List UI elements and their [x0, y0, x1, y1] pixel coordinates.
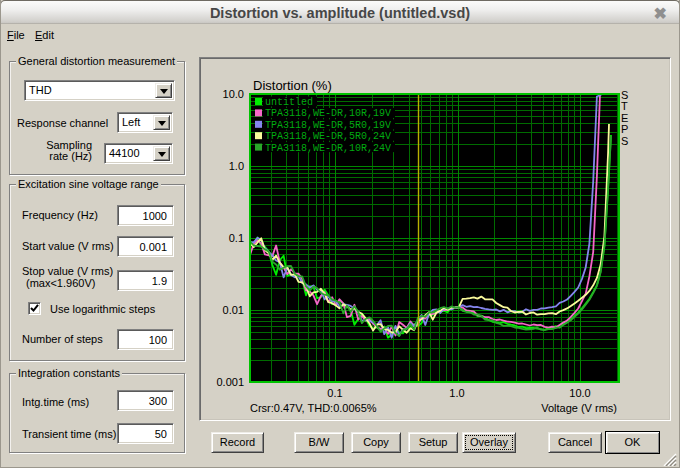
svg-text:TPA3118,WE-DR,5R0,24V: TPA3118,WE-DR,5R0,24V: [265, 131, 391, 142]
svg-text:untitled: untitled: [265, 97, 313, 108]
svg-text:TPA3118,WE-DR,10R,19V: TPA3118,WE-DR,10R,19V: [265, 108, 391, 119]
svg-text:TPA3118,WE-DR,10R,24V: TPA3118,WE-DR,10R,24V: [265, 143, 391, 154]
svg-text:TPA3118,WE-DR,5R0,19V: TPA3118,WE-DR,5R0,19V: [265, 120, 391, 131]
